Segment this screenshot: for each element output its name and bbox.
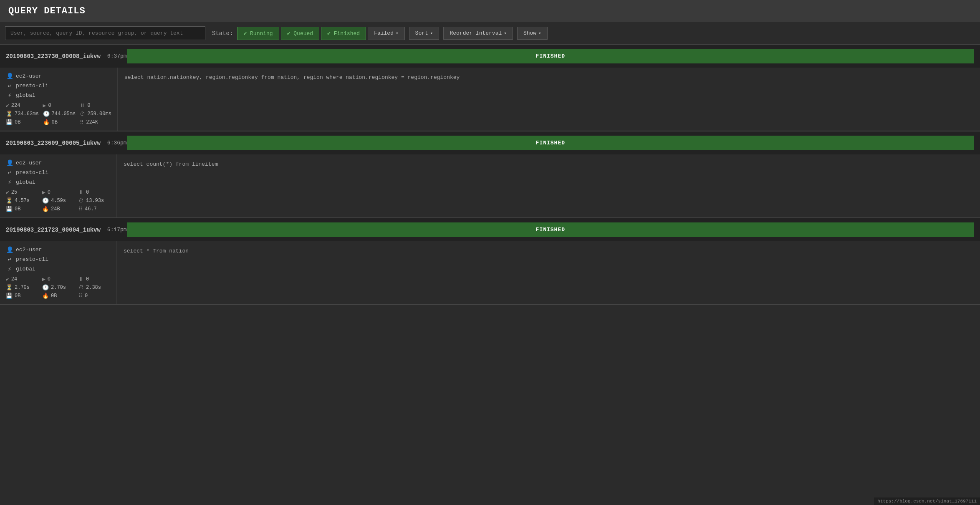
flame-icon: 🔥	[42, 206, 49, 212]
source-value: presto-cli	[16, 83, 48, 89]
check-icon: ✔	[6, 276, 9, 283]
page-title: QUERY DETAILS	[0, 0, 980, 22]
memory-value: 0B	[15, 293, 20, 299]
stats-grid: ✔ 24 ▶ 0 ⏸ 0 ⏳ 2.70s	[6, 276, 111, 299]
output-rows-value: 0	[85, 293, 88, 299]
scheduled-stat: ⏱ 13.93s	[78, 197, 111, 204]
splits-running-value: 0	[48, 276, 51, 282]
status-badge: FINISHED	[127, 222, 974, 237]
rows-icon: ⠿	[78, 293, 83, 299]
source-value: presto-cli	[16, 169, 48, 176]
scheduled-stat: ⏱ 2.38s	[78, 284, 111, 291]
user-value: ec2-user	[16, 247, 42, 253]
clock2-icon: ⏱	[80, 111, 85, 117]
output-rows-value: 224K	[86, 119, 98, 125]
flame-icon: 🔥	[43, 119, 50, 126]
hourglass-icon: ⏳	[6, 284, 13, 291]
resource-group-icon: ⚡	[6, 179, 13, 186]
splits-running-value: 0	[48, 189, 51, 195]
query-meta: 👤 ec2-user ↩ presto-cli ⚡ global ✔ 24	[0, 241, 117, 304]
flame-icon: 🔥	[42, 293, 49, 299]
splits-paused-value: 0	[86, 276, 89, 282]
query-id: 20190803_223609_00005_iukvw	[6, 140, 101, 146]
splits-done-value: 24	[11, 276, 17, 282]
state-buttons: ✔ Running ✔ Queued ✔ Finished Failed	[237, 27, 404, 40]
splits-done-stat: ✔ 25	[6, 189, 38, 196]
user-icon: 👤	[6, 159, 13, 167]
stats-grid: ✔ 224 ▶ 0 ⏸ 0 ⏳ 734.63ms	[6, 102, 111, 126]
status-badge: FINISHED	[127, 49, 974, 63]
cumulative-memory-value: 0B	[51, 293, 57, 299]
cpu-stat: 🕐 4.59s	[42, 197, 74, 204]
cumulative-memory-stat: 🔥 0B	[43, 119, 76, 126]
elapsed-stat: ⏳ 734.63ms	[6, 111, 39, 117]
resource-group-row: ⚡ global	[6, 179, 111, 186]
query-sql: select * from nation	[117, 241, 980, 304]
play-icon: ▶	[43, 102, 46, 109]
source-icon: ↩	[6, 169, 13, 176]
memory-value: 0B	[15, 119, 20, 125]
user-icon: 👤	[6, 73, 13, 80]
user-row: 👤 ec2-user	[6, 246, 111, 253]
splits-done-stat: ✔ 24	[6, 276, 38, 283]
cpu-value: 744.05ms	[52, 111, 76, 117]
splits-paused-stat: ⏸ 0	[78, 276, 111, 283]
elapsed-stat: ⏳ 4.57s	[6, 197, 38, 204]
cumulative-memory-stat: 🔥 0B	[42, 293, 74, 299]
query-id: 20190803_223730_00008_iukvw	[6, 53, 101, 60]
splits-done-value: 25	[11, 189, 17, 195]
running-button[interactable]: ✔ Running	[237, 27, 279, 40]
db-icon: 💾	[6, 293, 13, 299]
splits-paused-stat: ⏸ 0	[78, 189, 111, 196]
failed-button[interactable]: Failed	[368, 27, 404, 40]
scheduled-value: 2.38s	[86, 285, 101, 290]
cpu-value: 2.70s	[51, 285, 66, 290]
clock-icon: 🕐	[43, 111, 50, 117]
sort-button[interactable]: Sort	[409, 27, 439, 40]
query-card[interactable]: 20190803_221723_00004_iukvw 6:17pm FINIS…	[0, 218, 980, 305]
scheduled-value: 259.00ms	[87, 111, 111, 117]
resource-group-icon: ⚡	[6, 92, 13, 99]
resource-group-value: global	[16, 92, 35, 98]
db-icon: 💾	[6, 206, 13, 212]
reorder-interval-button[interactable]: Reorder Interval	[443, 27, 513, 40]
elapsed-value: 4.57s	[15, 198, 30, 204]
hourglass-icon: ⏳	[6, 197, 13, 204]
rows-icon: ⠿	[80, 119, 84, 126]
resource-group-value: global	[16, 179, 35, 185]
clock-icon: 🕐	[42, 284, 49, 291]
cumulative-memory-value: 0B	[52, 119, 58, 125]
scheduled-stat: ⏱ 259.00ms	[80, 111, 111, 117]
show-button[interactable]: Show	[517, 27, 548, 40]
resource-group-icon: ⚡	[6, 265, 13, 273]
query-card[interactable]: 20190803_223609_00005_iukvw 6:36pm FINIS…	[0, 131, 980, 218]
queued-button[interactable]: ✔ Queued	[281, 27, 319, 40]
pause-icon: ⏸	[78, 276, 84, 283]
source-icon: ↩	[6, 256, 13, 263]
rows-icon: ⠿	[78, 206, 83, 212]
source-icon: ↩	[6, 82, 13, 89]
splits-running-stat: ▶ 0	[42, 276, 74, 283]
cumulative-memory-stat: 🔥 24B	[42, 206, 74, 212]
queries-list: 20190803_223730_00008_iukvw 6:37pm FINIS…	[0, 45, 980, 305]
cpu-value: 4.59s	[51, 198, 66, 204]
play-icon: ▶	[42, 276, 45, 283]
resource-group-row: ⚡ global	[6, 265, 111, 273]
memory-stat: 💾 0B	[6, 119, 39, 126]
splits-done-value: 224	[11, 103, 20, 109]
memory-value: 0B	[15, 206, 20, 212]
query-sql: select nation.nationkey, region.regionke…	[118, 68, 980, 131]
finished-button[interactable]: ✔ Finished	[321, 27, 366, 40]
clock-icon: 🕐	[42, 197, 49, 204]
pause-icon: ⏸	[78, 189, 84, 196]
search-input[interactable]	[5, 26, 205, 40]
splits-running-stat: ▶ 0	[42, 189, 74, 196]
user-row: 👤 ec2-user	[6, 159, 111, 167]
query-time: 6:17pm	[107, 227, 127, 233]
pause-icon: ⏸	[80, 103, 85, 109]
user-row: 👤 ec2-user	[6, 73, 111, 80]
query-card[interactable]: 20190803_223730_00008_iukvw 6:37pm FINIS…	[0, 45, 980, 131]
play-icon: ▶	[42, 189, 45, 196]
splits-running-value: 0	[48, 103, 51, 109]
query-time: 6:37pm	[107, 53, 127, 59]
